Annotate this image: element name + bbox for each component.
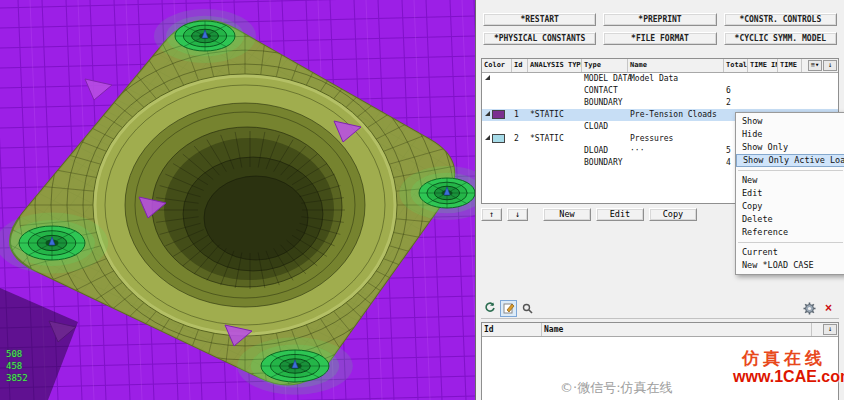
result-table-header: IdName↓ bbox=[482, 323, 838, 337]
type-cell: BOUNDARY bbox=[582, 97, 628, 109]
analysis-type-cell: *STATIC bbox=[528, 133, 582, 145]
color-cell bbox=[482, 109, 512, 121]
name-cell: ··· bbox=[628, 145, 724, 157]
type-cell: BOUNDARY bbox=[582, 157, 628, 169]
column-options-icon[interactable]: ≡▾ bbox=[808, 60, 822, 71]
total-cell: 6 bbox=[724, 85, 748, 97]
lower-toolbar-right: × bbox=[801, 300, 839, 317]
gear-icon bbox=[803, 302, 816, 315]
search-button[interactable] bbox=[519, 300, 536, 317]
settings-button[interactable] bbox=[801, 300, 818, 317]
column-header-total[interactable]: Total bbox=[724, 59, 748, 72]
result-column-header-id[interactable]: Id bbox=[482, 323, 542, 336]
color-cell bbox=[482, 133, 512, 145]
column-header-time[interactable]: TIME bbox=[778, 59, 802, 72]
context-menu-item-copy[interactable]: Copy bbox=[736, 200, 844, 213]
type-cell: MODEL DATA bbox=[582, 73, 628, 85]
context-menu-item-reference[interactable]: Reference bbox=[736, 226, 844, 239]
model-render bbox=[0, 0, 475, 400]
analysis-type-cell: *STATIC bbox=[528, 109, 582, 121]
type-cell: CLOAD bbox=[582, 121, 628, 133]
name-cell: Model Data bbox=[628, 73, 724, 85]
name-cell: Pre-Tension Cloads bbox=[628, 109, 724, 121]
watermark-url: www.1CAE.com bbox=[733, 368, 844, 386]
search-icon bbox=[522, 303, 533, 314]
load-table-row[interactable]: MODEL DATAModel Data bbox=[482, 73, 838, 85]
name-cell: Pressures bbox=[628, 133, 724, 145]
watermark-wechat: ©·微信号:仿真在线 bbox=[560, 379, 673, 397]
header-icon-buttons: ≡▾↓ bbox=[808, 60, 837, 71]
column-header-type[interactable]: Type bbox=[582, 59, 628, 72]
keyword-button-physical-constants[interactable]: *PHYSICAL CONSTANTS bbox=[483, 32, 596, 45]
load-table-header: ColorIdANALYSIS TYPETypeNameTotalTIME IN… bbox=[482, 59, 838, 73]
context-menu-item-show-only-active-loads[interactable]: Show Only Active Loads bbox=[736, 154, 844, 167]
context-menu-item-hide[interactable]: Hide bbox=[736, 128, 844, 141]
close-icon: × bbox=[825, 301, 832, 315]
load-table-row[interactable]: BOUNDARY2 bbox=[482, 97, 838, 109]
column-header-id[interactable]: Id bbox=[512, 59, 528, 72]
refresh-icon bbox=[484, 302, 496, 314]
color-cell bbox=[482, 73, 512, 85]
keyword-button-grid: *RESTART*PREPRINT*CONSTR. CONTROLS*PHYSI… bbox=[483, 13, 837, 45]
pencil-icon bbox=[503, 302, 515, 314]
id-cell: 1 bbox=[512, 109, 528, 121]
context-menu-item-delete[interactable]: Delete bbox=[736, 213, 844, 226]
keyword-button-constr-controls[interactable]: *CONSTR. CONTROLS bbox=[724, 13, 837, 26]
expander-icon[interactable] bbox=[485, 75, 490, 80]
keyword-button-cyclic-symm-model[interactable]: *CYCLIC SYMM. MODEL bbox=[724, 32, 837, 45]
move-down-button[interactable]: ↓ bbox=[507, 208, 528, 221]
cae-application-window: 5084583852 *RESTART*PREPRINT*CONSTR. CON… bbox=[0, 0, 844, 400]
keyword-button-restart[interactable]: *RESTART bbox=[483, 13, 596, 26]
keyword-button-preprint[interactable]: *PREPRINT bbox=[603, 13, 716, 26]
menu-separator bbox=[738, 242, 843, 243]
context-menu-item-new[interactable]: New bbox=[736, 174, 844, 187]
color-swatch bbox=[492, 110, 505, 119]
copy-button[interactable]: Copy bbox=[649, 208, 697, 221]
context-menu-item-current[interactable]: Current bbox=[736, 246, 844, 259]
column-header-analysis-type[interactable]: ANALYSIS TYPE bbox=[528, 59, 582, 72]
edit-pencil-button[interactable] bbox=[500, 300, 517, 317]
result-scroll-down-icon[interactable]: ↓ bbox=[823, 324, 837, 335]
context-menu-item-show[interactable]: Show bbox=[736, 115, 844, 128]
context-menu-item-new-load-case[interactable]: New *LOAD CASE bbox=[736, 259, 844, 272]
viewport-counters: 5084583852 bbox=[6, 348, 28, 384]
expander-icon[interactable] bbox=[485, 135, 490, 140]
refresh-button[interactable] bbox=[481, 300, 498, 317]
type-cell: CONTACT bbox=[582, 85, 628, 97]
menu-separator bbox=[738, 170, 843, 171]
context-menu: ShowHideShow OnlyShow Only Active LoadsN… bbox=[735, 112, 844, 275]
context-menu-item-edit[interactable]: Edit bbox=[736, 187, 844, 200]
load-table-row[interactable]: CONTACT6 bbox=[482, 85, 838, 97]
keyword-button-file-format[interactable]: *FILE FORMAT bbox=[603, 32, 716, 45]
column-header-time-inc[interactable]: TIME INC bbox=[748, 59, 778, 72]
edit-button[interactable]: Edit bbox=[596, 208, 644, 221]
column-header-name[interactable]: Name bbox=[628, 59, 724, 72]
id-cell: 2 bbox=[512, 133, 528, 145]
expander-icon[interactable] bbox=[485, 111, 490, 116]
lower-toolbar: × bbox=[481, 298, 839, 319]
type-cell: DLOAD bbox=[582, 145, 628, 157]
color-swatch bbox=[492, 134, 505, 143]
scroll-down-icon[interactable]: ↓ bbox=[823, 60, 837, 71]
total-cell: 2 bbox=[724, 97, 748, 109]
result-column-header-name[interactable]: Name bbox=[542, 323, 812, 336]
close-button[interactable]: × bbox=[820, 300, 837, 317]
column-header-color[interactable]: Color bbox=[482, 59, 512, 72]
watermark-brand: 仿真在线 bbox=[742, 347, 826, 370]
context-menu-item-show-only[interactable]: Show Only bbox=[736, 141, 844, 154]
list-action-buttons: ↑↓NewEditCopy bbox=[481, 208, 697, 221]
move-up-button[interactable]: ↑ bbox=[481, 208, 502, 221]
3d-viewport[interactable]: 5084583852 bbox=[0, 0, 475, 400]
new-button[interactable]: New bbox=[543, 208, 591, 221]
